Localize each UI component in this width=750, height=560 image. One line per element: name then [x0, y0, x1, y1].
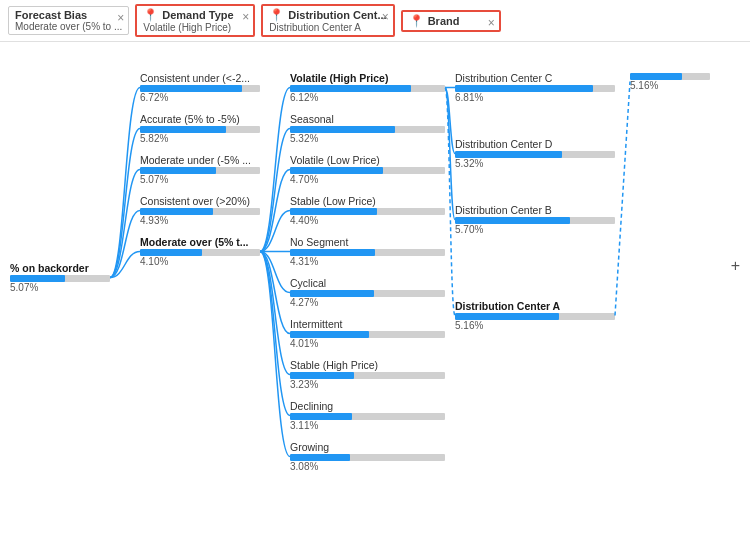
dist-col: Distribution Center C 6.81% Distribution…: [455, 72, 615, 341]
demand-value-8: 3.11%: [290, 420, 445, 431]
forecast-label-4: Moderate over (5% t...: [140, 236, 260, 248]
forecast-value-4: 4.10%: [140, 256, 260, 267]
dist-bar-container-2: [455, 217, 615, 224]
demand-bar-container-1: [290, 126, 445, 133]
demand-bar-0: [290, 85, 411, 92]
brand-node: 5.16%: [630, 72, 710, 91]
brand-col: 5.16%: [630, 72, 710, 101]
demand-node-4: No Segment 4.31%: [290, 236, 445, 267]
demand-bar-container-3: [290, 208, 445, 215]
dist-bar-container-3: [455, 313, 615, 320]
forecast-bar-0: [140, 85, 242, 92]
demand-type-close[interactable]: ×: [242, 10, 249, 24]
forecast-label-2: Moderate under (-5% ...: [140, 154, 260, 166]
demand-bar-container-6: [290, 331, 445, 338]
svg-line-0: [615, 82, 630, 316]
demand-label-7: Stable (High Price): [290, 359, 440, 371]
demand-bar-2: [290, 167, 383, 174]
dist-bar-container-0: [455, 85, 615, 92]
demand-node-1: Seasonal 5.32%: [290, 113, 445, 144]
filter-chip-forecast-bias[interactable]: Forecast Bias Moderate over (5% to ... ×: [8, 6, 129, 35]
dist-center-close[interactable]: ×: [382, 10, 389, 24]
dist-bar-0: [455, 85, 593, 92]
demand-bar-container-8: [290, 413, 445, 420]
demand-value-5: 4.27%: [290, 297, 445, 308]
filter-chip-demand-type[interactable]: 📍 Demand Type Volatile (High Price) ×: [135, 4, 255, 37]
dist-bar-3: [455, 313, 559, 320]
demand-value-3: 4.40%: [290, 215, 445, 226]
demand-node-8: Declining 3.11%: [290, 400, 445, 431]
dist-node-1: Distribution Center D 5.32%: [455, 138, 615, 169]
forecast-bar-3: [140, 208, 213, 215]
demand-bar-8: [290, 413, 352, 420]
forecast-node-2: Moderate under (-5% ... 5.07%: [140, 154, 260, 185]
demand-label-0: Volatile (High Price): [290, 72, 440, 84]
demand-node-6: Intermittent 4.01%: [290, 318, 445, 349]
brand-pin-icon: 📍: [409, 14, 424, 28]
demand-bar-3: [290, 208, 377, 215]
demand-bar-9: [290, 454, 350, 461]
dist-bar-container-1: [455, 151, 615, 158]
root-bar-container: [10, 275, 110, 282]
brand-close[interactable]: ×: [488, 16, 495, 30]
forecast-label-1: Accurate (5% to -5%): [140, 113, 260, 125]
forecast-bar-container-1: [140, 126, 260, 133]
demand-node-3: Stable (Low Price) 4.40%: [290, 195, 445, 226]
demand-bar-7: [290, 372, 354, 379]
demand-value-0: 6.12%: [290, 92, 445, 103]
demand-label-1: Seasonal: [290, 113, 440, 125]
add-column-button[interactable]: +: [731, 257, 740, 275]
brand-value: 5.16%: [630, 80, 710, 91]
demand-type-label: Demand Type: [162, 9, 233, 21]
root-node: % on backorder 5.07%: [10, 262, 110, 303]
dist-label-3: Distribution Center A: [455, 300, 605, 312]
forecast-bar-container-0: [140, 85, 260, 92]
demand-bar-5: [290, 290, 374, 297]
filter-chip-dist-center[interactable]: 📍 Distribution Cent... Distribution Cent…: [261, 4, 394, 37]
demand-bar-container-0: [290, 85, 445, 92]
forecast-node-0: Consistent under (<-2... 6.72%: [140, 72, 260, 103]
demand-bar-container-5: [290, 290, 445, 297]
dist-bar-2: [455, 217, 570, 224]
demand-node-5: Cyclical 4.27%: [290, 277, 445, 308]
forecast-node-3: Consistent over (>20%) 4.93%: [140, 195, 260, 226]
demand-bar-container-2: [290, 167, 445, 174]
forecast-bar-2: [140, 167, 216, 174]
brand-bar-container: [630, 73, 710, 80]
root-label: % on backorder: [10, 262, 110, 274]
demand-node-9: Growing 3.08%: [290, 441, 445, 472]
forecast-node-4: Moderate over (5% t... 4.10%: [140, 236, 260, 267]
filter-bar: Forecast Bias Moderate over (5% to ... ×…: [0, 0, 750, 42]
demand-pin-icon: 📍: [143, 8, 158, 22]
dist-center-label: Distribution Cent...: [288, 9, 386, 21]
filter-chip-brand[interactable]: 📍 Brand ×: [401, 10, 501, 32]
forecast-value-0: 6.72%: [140, 92, 260, 103]
dist-center-value: Distribution Center A: [269, 22, 386, 33]
forecast-bias-value: Moderate over (5% to ...: [15, 21, 122, 32]
forecast-label-3: Consistent over (>20%): [140, 195, 260, 207]
forecast-bias-label: Forecast Bias: [15, 9, 87, 21]
forecast-col: Consistent under (<-2... 6.72% Accurate …: [140, 72, 260, 277]
forecast-value-3: 4.93%: [140, 215, 260, 226]
forecast-bar-container-4: [140, 249, 260, 256]
forecast-value-2: 5.07%: [140, 174, 260, 185]
brand-bar: [630, 73, 682, 80]
forecast-bias-close[interactable]: ×: [117, 11, 124, 25]
demand-bar-4: [290, 249, 375, 256]
demand-value-9: 3.08%: [290, 461, 445, 472]
demand-value-6: 4.01%: [290, 338, 445, 349]
forecast-bar-1: [140, 126, 226, 133]
demand-col: Volatile (High Price) 6.12% Seasonal 5.3…: [290, 72, 445, 482]
demand-label-3: Stable (Low Price): [290, 195, 440, 207]
forecast-bar-4: [140, 249, 202, 256]
dist-value-3: 5.16%: [455, 320, 615, 331]
demand-type-value: Volatile (High Price): [143, 22, 247, 33]
demand-value-1: 5.32%: [290, 133, 445, 144]
forecast-value-1: 5.82%: [140, 133, 260, 144]
demand-bar-1: [290, 126, 395, 133]
dist-label-2: Distribution Center B: [455, 204, 605, 216]
demand-value-4: 4.31%: [290, 256, 445, 267]
demand-label-2: Volatile (Low Price): [290, 154, 440, 166]
demand-value-7: 3.23%: [290, 379, 445, 390]
dist-node-0: Distribution Center C 6.81%: [455, 72, 615, 103]
